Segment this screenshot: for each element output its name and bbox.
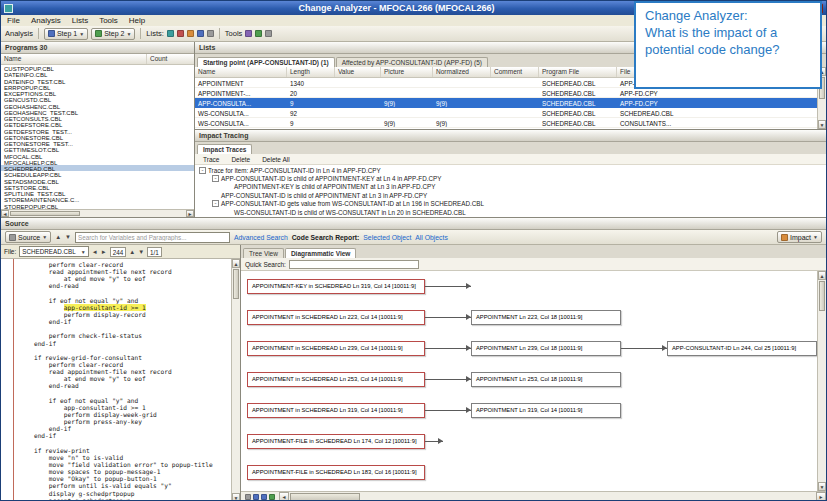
scroll-left-icon[interactable]: ◄ [279,492,289,501]
editor-vertical-scrollbar[interactable]: ▲ ▼ [231,259,240,501]
scroll-up-icon[interactable]: ▲ [232,259,240,268]
impact-button[interactable]: Impact ▼ [777,231,822,243]
page-up-icon[interactable]: ▲ [129,249,135,255]
quick-search-input[interactable] [289,260,419,269]
tab-starting-point[interactable]: Starting point (APP-CONSULTANT-ID) (1) [197,57,335,67]
collapse-icon[interactable]: - [212,200,219,207]
code-line[interactable] [19,290,231,297]
lists-column-header[interactable]: Value [335,67,381,77]
lists-row[interactable]: WS-CONSULTA...92SCHEDREAD.CBLSCHEDREAD.C… [195,108,817,118]
lists-column-header[interactable]: Length [287,67,335,77]
diagram-target-box[interactable]: APPOINTMENT Ln 253, Col 18 [10011:9] [471,372,621,387]
diagram-target-box[interactable]: APP-CONSULTANT-ID Ln 244, Col 25 [10011:… [667,341,817,356]
menu-item-analysis[interactable]: Analysis [31,16,61,25]
code-line[interactable]: end-if [19,318,231,325]
code-line[interactable]: at end move "y" to eof [19,275,231,282]
diagram-source-box[interactable]: APPOINTMENT-FILE in SCHEDREAD Ln 174, Co… [247,434,425,449]
delete-list-icon[interactable] [177,30,184,37]
code-line[interactable]: end-if [19,432,231,439]
code-line[interactable]: end-if [19,425,231,432]
code-line[interactable]: if eof not equal "y" and [19,397,231,404]
all-objects-link[interactable]: All Objects [415,234,447,241]
list-grid-icon[interactable] [207,30,214,37]
delete-button[interactable]: Delete [231,156,250,163]
step2-button[interactable]: Step 2 ▼ [91,28,135,40]
trace-button[interactable]: Trace [203,156,219,163]
tools-report-icon[interactable] [255,30,262,37]
code-line[interactable]: if review-print [19,447,231,454]
diagram-target-box[interactable]: APPOINTMENT Ln 223, Col 18 [10011:9] [471,310,621,325]
scroll-down-icon[interactable]: ▼ [232,493,240,501]
programs-col-count[interactable]: Count [147,54,194,64]
code-line[interactable]: if eof not equal "y" and [19,297,231,304]
code-line[interactable]: move spaces to popup-message-1 [19,468,231,475]
new-list-icon[interactable] [167,30,174,37]
advanced-search-link[interactable]: Advanced Search [234,234,288,241]
collapse-icon[interactable]: - [199,167,206,174]
lists-column-header[interactable]: Normalized [433,67,491,77]
code-line[interactable]: display g-schedprtpopup [19,490,231,497]
code-line[interactable]: accept g-schedprtpopup [19,497,231,501]
code-line[interactable]: move "n" to is-valid [19,454,231,461]
scrollbar-thumb[interactable] [233,269,239,299]
code-line[interactable]: perform display-week-grid [19,411,231,418]
menu-item-lists[interactable]: Lists [72,16,88,25]
lists-column-header[interactable]: Comment [491,67,539,77]
lists-column-header[interactable]: Picture [381,67,433,77]
diagram-source-box[interactable]: APPOINTMENT in SCHEDREAD Ln 239, Col 14 … [247,341,425,356]
tab-tree-view[interactable]: Tree View [243,248,284,258]
diagram-source-box[interactable]: APPOINTMENT in SCHEDREAD Ln 253, Col 14 … [247,372,425,387]
delete-all-button[interactable]: Delete All [262,156,289,163]
lists-row[interactable]: APPOINTMENT-...20SCHEDREAD.CBLAPP-FD.CPY [195,88,817,98]
lists-column-header[interactable]: Program File [539,67,617,77]
scrollbar-thumb[interactable] [819,281,825,311]
tab-diagrammatic-view[interactable]: Diagrammatic View [285,248,357,258]
code-line[interactable] [19,325,231,332]
code-line[interactable] [19,440,231,447]
diagram-zoom-out-icon[interactable] [253,494,259,500]
code-line[interactable] [19,390,231,397]
diagram-horizontal-scrollbar[interactable]: ◄ ► [279,491,826,501]
file-select[interactable]: SCHEDREAD.CBL ▼ [19,246,89,257]
code-line[interactable]: read appointment-file next record [19,268,231,275]
code-line[interactable]: end-read [19,282,231,289]
program-row[interactable]: STOREPOPUP.CBL [1,203,194,209]
menu-item-tools[interactable]: Tools [99,16,118,25]
scrollbar-thumb[interactable] [290,493,360,501]
tools-print-icon[interactable] [265,30,272,37]
step1-button[interactable]: Step 1 ▼ [44,28,88,40]
code-line[interactable]: end-read [19,382,231,389]
scroll-up-icon[interactable]: ▲ [818,271,826,280]
diagram-source-box[interactable]: APPOINTMENT-FILE in SCHEDREAD Ln 183, Co… [247,465,425,480]
code-line[interactable]: at end move "y" to eof [19,375,231,382]
scroll-down-icon[interactable]: ▼ [818,120,826,129]
scroll-down-icon[interactable]: ▼ [818,482,826,491]
code-line[interactable]: move "Okay" to popup-button-1 [19,475,231,482]
scroll-right-icon[interactable]: ► [816,492,826,501]
tree-row[interactable]: APP-CONSULTANT-ID is child of APPOINTMEN… [195,191,826,199]
open-list-icon[interactable] [187,30,194,37]
diagram-zoom-in-icon[interactable] [261,494,267,500]
programs-horizontal-scrollbar[interactable]: ◄ ► [1,209,194,217]
code-line[interactable]: perform check-file-status [19,332,231,339]
variables-search-input[interactable] [75,232,230,243]
source-view-dropdown[interactable]: Source ▼ [5,231,51,243]
tab-affected-by[interactable]: Affected by APP-CONSULTANT-ID (APP-FD) (… [336,57,488,67]
diagram-source-box[interactable]: APPOINTMENT in SCHEDREAD Ln 319, Col 14 … [247,403,425,418]
menu-item-help[interactable]: Help [129,16,145,25]
code-editor[interactable]: perform clear-record read appointment-fi… [1,259,231,501]
diagram-target-box[interactable]: APPOINTMENT Ln 239, Col 18 [10011:9] [471,341,621,356]
menu-item-file[interactable]: File [7,16,20,25]
scroll-left-icon[interactable]: ◄ [1,210,9,217]
code-line[interactable]: perform clear-record [19,261,231,268]
page-down-icon[interactable]: ▼ [138,249,144,255]
code-line[interactable]: perform display-record [19,311,231,318]
code-line[interactable]: move "field validation error" to popup-t… [19,461,231,468]
collapse-icon[interactable]: - [212,175,219,182]
nav-up-icon[interactable]: ▲ [55,234,61,240]
tab-impact-traces[interactable]: Impact Traces [197,144,252,154]
scroll-right-icon[interactable]: ► [186,210,194,217]
code-line[interactable]: perform press-any-key [19,418,231,425]
tree-row[interactable]: -APP-CONSULTANT-ID is child of APPOINTME… [195,174,826,182]
diagram-fit-icon[interactable] [269,494,275,500]
